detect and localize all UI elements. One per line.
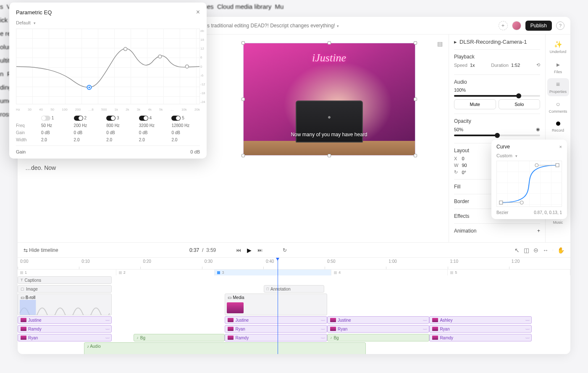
- playback-speed-value[interactable]: 1x: [470, 63, 475, 68]
- eq-width-input[interactable]: 2.0: [41, 138, 70, 142]
- add-collaborator-button[interactable]: +: [499, 21, 508, 30]
- curve-panel[interactable]: Curve × Custom ▾ Bezier 0.87, 0, 0.13, 1: [491, 140, 567, 219]
- parametric-eq-panel[interactable]: Parametric EQ × Default ▾ db181260-6-12-…: [9, 3, 207, 159]
- resize-handle[interactable]: [414, 98, 417, 101]
- curve-preset-dropdown[interactable]: Custom ▾: [496, 153, 562, 158]
- eq-width-input[interactable]: 2.0: [74, 138, 102, 142]
- resize-handle[interactable]: [242, 98, 245, 101]
- eq-gain-input[interactable]: 0 dB: [171, 130, 200, 135]
- band-toggle[interactable]: [74, 116, 83, 121]
- resize-handle[interactable]: [242, 41, 245, 45]
- play-button[interactable]: ▶: [247, 247, 252, 254]
- bezier-value[interactable]: 0.87, 0, 0.13, 1: [534, 210, 562, 215]
- playhead[interactable]: [278, 258, 278, 354]
- scene-marker[interactable]: 4: [331, 270, 448, 275]
- scene-marker[interactable]: 2: [116, 270, 215, 275]
- annotation-clip[interactable]: □Annotation: [264, 285, 325, 293]
- eq-freq-input[interactable]: 200 Hz: [74, 123, 102, 128]
- breadcrumb-title[interactable]: Is traditional editing DEAD?! Descript c…: [206, 23, 339, 29]
- bg-clip[interactable]: ♪Bg: [134, 334, 225, 341]
- speaker-clip[interactable]: Ryan〰: [429, 325, 531, 333]
- canvas-layout-icon[interactable]: ▤: [437, 40, 443, 47]
- audio-volume-slider[interactable]: [454, 95, 540, 97]
- eq-freq-input[interactable]: 50 Hz: [41, 123, 70, 128]
- sidebar-item-comments[interactable]: ○Comments: [547, 98, 569, 116]
- band-toggle[interactable]: [106, 116, 116, 121]
- eq-freq-input[interactable]: 12800 Hz: [171, 123, 200, 128]
- band-toggle[interactable]: [171, 116, 181, 121]
- close-icon[interactable]: ×: [559, 144, 562, 149]
- scene-marker[interactable]: 3: [215, 270, 331, 275]
- hand-tool-icon[interactable]: ✋: [557, 247, 564, 254]
- bg-clip[interactable]: ♪Bg: [327, 334, 429, 341]
- publish-button[interactable]: Publish: [525, 21, 552, 31]
- speaker-clip[interactable]: Ryan〰: [18, 334, 112, 341]
- video-preview[interactable]: iJustine Now many of you may have heard: [243, 43, 415, 156]
- sidebar-item-properties[interactable]: ≡Properties: [547, 78, 569, 96]
- band-toggle[interactable]: [41, 116, 50, 121]
- eq-width-input[interactable]: 2.0: [106, 138, 135, 142]
- timeline[interactable]: 0:00 0:10 0:20 0:30 0:40 0:50 1:00 1:10 …: [18, 258, 570, 354]
- eq-width-input[interactable]: 2.0: [139, 138, 168, 142]
- eye-icon[interactable]: ◉: [536, 127, 540, 132]
- eq-width-input[interactable]: 2.0: [171, 138, 200, 142]
- comment-icon: ○: [556, 101, 560, 108]
- speaker-clip[interactable]: Ramdy〰: [18, 325, 112, 333]
- sidebar-item-files[interactable]: ▸Files: [547, 58, 569, 77]
- timeline-ruler[interactable]: 0:00 0:10 0:20 0:30 0:40 0:50 1:00 1:10 …: [18, 258, 570, 270]
- link-tool-icon[interactable]: ⊝: [533, 247, 538, 254]
- avatar[interactable]: [512, 21, 521, 30]
- layout-rotation-input[interactable]: 0°: [462, 170, 496, 175]
- solo-button[interactable]: Solo: [499, 99, 541, 109]
- resize-handle[interactable]: [328, 154, 331, 157]
- speaker-clip[interactable]: Ryan〰: [225, 325, 327, 333]
- eq-freq-input[interactable]: 3200 Hz: [139, 123, 168, 128]
- scene-marker[interactable]: 5: [448, 270, 570, 275]
- broll-clip[interactable]: ▭ B-roll: [18, 294, 112, 315]
- skip-forward-icon[interactable]: ⏭: [257, 247, 262, 253]
- band-toggle[interactable]: [139, 116, 148, 121]
- loop-icon[interactable]: ⟲: [536, 62, 540, 68]
- eq-freq-input[interactable]: 800 Hz: [106, 123, 135, 128]
- resize-handle[interactable]: [414, 154, 417, 157]
- scene-marker[interactable]: 1: [18, 270, 116, 275]
- curve-graph[interactable]: [496, 161, 562, 207]
- resize-handle[interactable]: [414, 41, 417, 45]
- mute-button[interactable]: Mute: [454, 99, 496, 109]
- resize-handle[interactable]: [328, 41, 331, 45]
- speaker-clip[interactable]: Ryan〰: [327, 325, 429, 333]
- layout-w-input[interactable]: 90: [462, 163, 496, 168]
- eq-gain-input[interactable]: 0 dB: [139, 130, 168, 135]
- media-clip[interactable]: ▭ Media: [225, 294, 327, 315]
- speaker-clip[interactable]: Justine〰: [327, 316, 429, 324]
- help-icon[interactable]: ?: [556, 21, 564, 30]
- audio-clip[interactable]: ♪ Audio: [84, 342, 366, 354]
- eq-gain-input[interactable]: 0 dB: [106, 130, 135, 135]
- pointer-tool-icon[interactable]: ↖: [514, 247, 520, 254]
- eq-gain-input[interactable]: 0 dB: [74, 130, 102, 135]
- sidebar-item-underlord[interactable]: ✨Underlord: [547, 38, 569, 56]
- opacity-slider[interactable]: [454, 135, 540, 136]
- resize-handle[interactable]: [242, 154, 245, 157]
- speaker-clip[interactable]: Justine〰: [225, 316, 327, 324]
- speaker-clip[interactable]: Justine〰: [18, 316, 112, 324]
- eraser-tool-icon[interactable]: ◫: [524, 247, 529, 254]
- eq-master-gain-value[interactable]: 0 dB: [190, 149, 200, 154]
- loop-playback-icon[interactable]: ↻: [283, 247, 287, 253]
- stretch-tool-icon[interactable]: ↔: [543, 247, 549, 254]
- captions-clip[interactable]: TCaptions: [18, 276, 112, 284]
- speaker-clip[interactable]: Ashley〰: [429, 316, 531, 324]
- speaker-clip[interactable]: Ramdy〰: [429, 334, 531, 341]
- animation-section[interactable]: Animation+: [454, 223, 540, 238]
- eq-preset-dropdown[interactable]: Default ▾: [16, 20, 200, 25]
- eq-graph[interactable]: db181260-6-12-18-24: [16, 29, 200, 104]
- close-icon[interactable]: ×: [196, 8, 200, 16]
- layout-x-input[interactable]: 0: [462, 156, 496, 161]
- eq-gain-input[interactable]: 0 dB: [41, 130, 70, 135]
- hide-timeline-button[interactable]: ⇆ Hide timeline: [24, 247, 58, 253]
- plus-icon[interactable]: +: [537, 228, 540, 234]
- skip-back-icon[interactable]: ⏮: [236, 247, 241, 253]
- speaker-clip[interactable]: Ramdy〰: [225, 334, 327, 341]
- sidebar-item-record[interactable]: Record: [547, 118, 569, 135]
- image-clip[interactable]: ▢Image: [18, 285, 112, 293]
